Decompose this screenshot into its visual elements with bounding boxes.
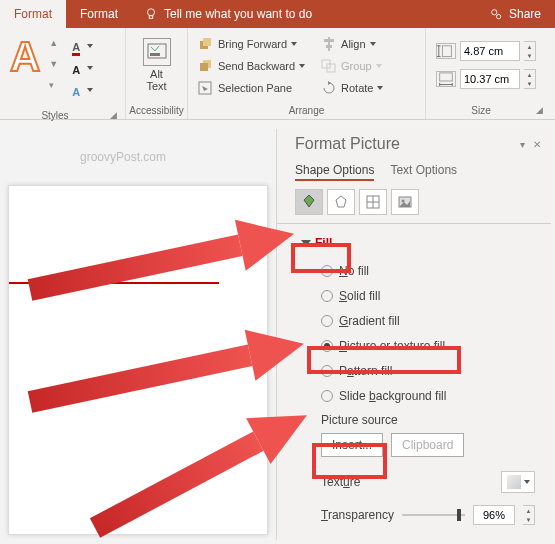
expand-gallery-icon[interactable]: ▾ (49, 80, 59, 90)
selection-pane-label: Selection Pane (218, 82, 292, 94)
texture-swatch-icon (507, 475, 521, 489)
svg-rect-13 (326, 45, 332, 48)
svg-rect-20 (440, 73, 453, 81)
title-bar: Format Format Tell me what you want to d… (0, 0, 555, 28)
height-input[interactable] (460, 41, 520, 61)
fill-line-tab-icon[interactable] (295, 189, 323, 215)
height-field[interactable]: ▲▼ (432, 40, 540, 62)
fill-option-none[interactable]: No fill (321, 264, 541, 278)
slide-canvas[interactable] (8, 185, 268, 535)
texture-label: Texture (321, 475, 360, 489)
svg-rect-1 (149, 16, 153, 19)
shape-options-tab[interactable]: Shape Options (295, 163, 374, 181)
svg-rect-5 (150, 53, 160, 56)
pane-close-icon[interactable]: ✕ (533, 139, 541, 150)
fill-pattern-label: Pattern fill (339, 364, 392, 378)
lightbulb-icon (144, 7, 158, 21)
svg-point-0 (148, 9, 155, 16)
format-picture-pane: Format Picture ▾ ✕ Shape Options Text Op… (276, 129, 551, 540)
group-label-accessibility: Accessibility (126, 103, 187, 119)
styles-launcher-icon[interactable]: ◢ (110, 110, 122, 122)
size-launcher-icon[interactable]: ◢ (536, 105, 548, 117)
ribbon: A ▲ ▼ ▾ A A A Styles◢ Alt Text Accessibi… (0, 28, 555, 120)
fill-section-header[interactable]: Fill (295, 234, 338, 252)
texture-picker[interactable] (501, 471, 535, 493)
svg-point-3 (496, 14, 500, 18)
size-props-tab-icon[interactable] (359, 189, 387, 215)
text-options-tab[interactable]: Text Options (390, 163, 457, 181)
share-button[interactable]: Share (475, 0, 555, 28)
width-input[interactable] (460, 69, 520, 89)
tab-format-active[interactable]: Format (0, 0, 66, 28)
fill-solid-label: Solid fill (339, 289, 380, 303)
group-label-size: Size (426, 103, 536, 119)
wordart-style-gallery[interactable]: A (6, 34, 45, 78)
scroll-down-icon[interactable]: ▼ (49, 59, 59, 69)
scroll-up-icon[interactable]: ▲ (49, 38, 59, 48)
ribbon-group-size: ▲▼ ▲▼ Size◢ (426, 28, 551, 119)
picture-tab-icon[interactable] (391, 189, 419, 215)
svg-rect-12 (324, 39, 334, 42)
bring-forward-button[interactable]: Bring Forward (194, 34, 309, 54)
fill-option-solid[interactable]: Solid fill (321, 289, 541, 303)
text-outline-button[interactable]: A (65, 62, 87, 78)
svg-point-2 (492, 10, 497, 15)
group-label: Group (341, 60, 372, 72)
pane-title: Format Picture (295, 135, 400, 153)
effects-tab-icon[interactable] (327, 189, 355, 215)
selection-pane-button[interactable]: Selection Pane (194, 78, 309, 98)
rotate-label: Rotate (341, 82, 373, 94)
group-icon (321, 59, 337, 73)
watermark-text: groovyPost.com (80, 150, 166, 164)
fill-picture-label: Picture or texture fill (339, 339, 445, 353)
width-spinner[interactable]: ▲▼ (524, 69, 536, 89)
share-label: Share (509, 7, 541, 21)
fill-gradient-label: Gradient fill (339, 314, 400, 328)
transparency-input[interactable] (473, 505, 515, 525)
send-backward-button[interactable]: Send Backward (194, 56, 309, 76)
fill-option-picture-texture[interactable]: Picture or texture fill (321, 339, 541, 353)
ribbon-group-accessibility: Alt Text Accessibility (126, 28, 188, 119)
align-button[interactable]: Align (317, 34, 387, 54)
transparency-slider[interactable] (402, 506, 465, 524)
rotate-button[interactable]: Rotate (317, 78, 387, 98)
fill-option-slide-bg[interactable]: Slide background fill (321, 389, 541, 403)
alt-text-label: Alt Text (143, 68, 171, 92)
group-label-arrange: Arrange (188, 103, 425, 119)
height-icon (436, 43, 456, 59)
text-fill-button[interactable]: A (65, 40, 87, 56)
width-field[interactable]: ▲▼ (432, 68, 540, 90)
svg-rect-9 (200, 63, 208, 71)
fill-label: Fill (315, 236, 332, 250)
text-effects-button[interactable]: A (65, 84, 87, 100)
ribbon-group-styles: A ▲ ▼ ▾ A A A Styles◢ (0, 28, 126, 119)
group-button[interactable]: Group (317, 56, 387, 76)
svg-rect-16 (442, 46, 451, 57)
transparency-label: Transparency (321, 508, 394, 522)
fill-none-label: No fill (339, 264, 369, 278)
transparency-spinner[interactable]: ▲▼ (523, 505, 535, 525)
align-label: Align (341, 38, 365, 50)
width-icon (436, 71, 456, 87)
pane-menu-icon[interactable]: ▾ (520, 139, 525, 150)
rotate-icon (321, 81, 337, 95)
fill-option-pattern[interactable]: Pattern fill (321, 364, 541, 378)
alt-text-icon (143, 38, 171, 66)
height-spinner[interactable]: ▲▼ (524, 41, 536, 61)
clipboard-button[interactable]: Clipboard (391, 433, 464, 457)
slide-shape-line[interactable] (9, 282, 219, 284)
insert-picture-button[interactable]: Insert... (321, 433, 383, 457)
tell-me-text: Tell me what you want to do (164, 7, 312, 21)
alt-text-button[interactable]: Alt Text (135, 34, 179, 96)
ribbon-group-arrange: Bring Forward Send Backward Selection Pa… (188, 28, 426, 119)
bring-forward-icon (198, 37, 214, 51)
tell-me-search[interactable]: Tell me what you want to do (132, 0, 475, 28)
svg-marker-24 (336, 196, 346, 207)
selection-pane-icon (198, 81, 214, 95)
tab-format[interactable]: Format (66, 0, 132, 28)
bring-forward-label: Bring Forward (218, 38, 287, 50)
fill-option-gradient[interactable]: Gradient fill (321, 314, 541, 328)
picture-source-label: Picture source (321, 413, 541, 427)
fill-slidebg-label: Slide background fill (339, 389, 446, 403)
group-label-styles: Styles (0, 108, 110, 124)
